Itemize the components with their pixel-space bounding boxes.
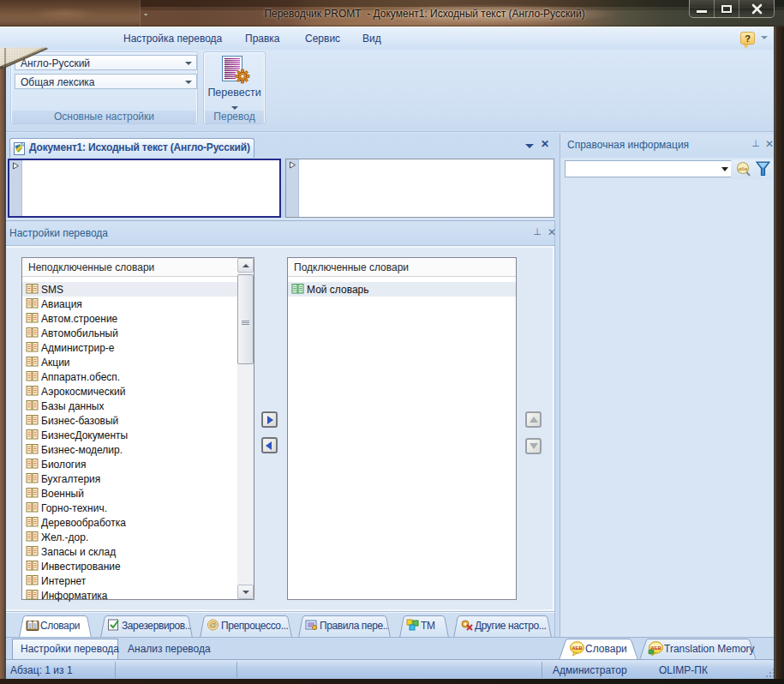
svg-text:абв: абв <box>739 166 748 171</box>
svg-text:@: @ <box>209 621 217 629</box>
svg-text:АБВ: АБВ <box>572 645 582 651</box>
